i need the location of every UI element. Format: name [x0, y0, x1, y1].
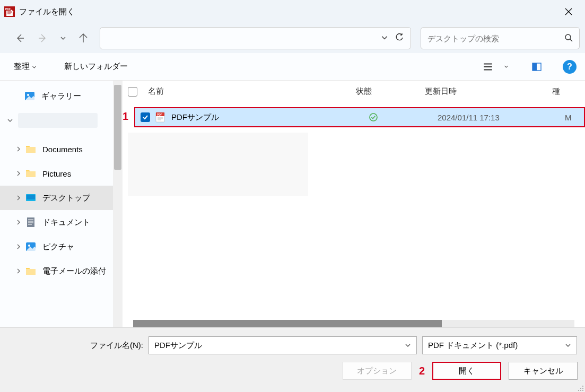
search-button[interactable] [564, 33, 573, 43]
gallery-icon [23, 90, 36, 102]
scrollbar-thumb[interactable] [133, 320, 442, 327]
toolbar: 整理 新しいフォルダー ? [0, 53, 585, 81]
address-chevron[interactable] [381, 34, 388, 43]
svg-point-6 [27, 94, 29, 96]
tree-item-pictures[interactable]: Pictures [0, 161, 113, 186]
up-button[interactable] [73, 28, 93, 48]
filename-dropdown[interactable] [405, 341, 411, 350]
arrow-left-icon [15, 33, 24, 43]
sidebar-scrollbar[interactable] [113, 81, 123, 327]
organize-menu[interactable]: 整理 [11, 59, 40, 74]
tree-item-blank[interactable] [0, 108, 113, 133]
svg-point-15 [370, 114, 377, 121]
svg-point-11 [28, 245, 30, 247]
folder-icon [24, 265, 37, 277]
forward-button[interactable] [33, 28, 53, 48]
view-mode-button[interactable] [479, 58, 497, 76]
window-title: ファイルを開く [19, 7, 75, 17]
column-status[interactable]: 状態 [356, 81, 425, 102]
svg-point-16 [582, 386, 583, 387]
horizontal-scrollbar[interactable] [133, 320, 574, 327]
tree-item-gallery[interactable]: ギャラリー [0, 84, 113, 108]
address-bar[interactable] [100, 27, 411, 49]
tree-label: ピクチャ [42, 242, 74, 252]
pictures-icon [24, 240, 37, 253]
titlebar: PDF ファイルを開く [0, 0, 585, 23]
tree-label: デスクトップ [42, 193, 90, 203]
preview-pane-button[interactable] [528, 58, 546, 76]
column-modified[interactable]: 更新日時 [425, 81, 552, 102]
help-icon: ? [567, 62, 572, 72]
new-folder-button[interactable]: 新しいフォルダー [61, 59, 131, 74]
tree-item-mydocuments[interactable]: ドキュメント [0, 210, 113, 234]
col-name-label: 名前 [148, 86, 164, 97]
tree-label: 電子メールの添付 [42, 266, 106, 276]
annotation-2: 2 [419, 365, 425, 377]
expander-icon[interactable] [13, 219, 24, 225]
filetype-select[interactable]: PDF ドキュメント (*.pdf) [422, 336, 577, 354]
tree-item-documents[interactable]: Documents [0, 137, 113, 161]
svg-text:PDF: PDF [157, 113, 162, 116]
filename-value: PDFサンプル [154, 341, 202, 351]
expander-icon[interactable] [13, 243, 24, 250]
svg-point-2 [565, 34, 571, 40]
file-status [369, 112, 438, 122]
search-icon [564, 33, 573, 42]
chevron-down-icon [405, 342, 411, 349]
annotation-1: 1 [123, 110, 128, 123]
organize-label: 整理 [14, 62, 30, 72]
expander-icon[interactable] [4, 117, 16, 124]
file-modified: 2024/01/11 17:13 [438, 113, 565, 122]
tree-label: Documents [42, 145, 83, 154]
view-mode-dropdown[interactable] [501, 58, 511, 76]
scrollbar-thumb[interactable] [114, 85, 121, 170]
resize-grip[interactable] [578, 385, 584, 391]
expander-icon[interactable] [13, 268, 24, 274]
svg-point-19 [578, 390, 579, 391]
tree-item-email[interactable]: 電子メールの添付 [0, 259, 113, 283]
expander-icon[interactable] [13, 146, 24, 152]
tree-label: ギャラリー [41, 91, 81, 101]
search-box[interactable] [421, 27, 580, 49]
chevron-down-icon [565, 342, 571, 349]
svg-rect-8 [27, 195, 35, 199]
redacted-area [128, 133, 308, 196]
chevron-down-icon [504, 64, 509, 69]
options-button[interactable]: オプション [343, 362, 412, 380]
expander-icon[interactable] [13, 195, 24, 201]
desktop-icon [24, 191, 37, 204]
svg-point-21 [582, 390, 583, 391]
search-input[interactable] [427, 34, 560, 43]
arrow-up-icon [78, 33, 88, 43]
close-button[interactable] [556, 0, 581, 23]
open-button[interactable]: 開く [432, 362, 501, 380]
refresh-button[interactable] [395, 33, 404, 44]
expander-icon[interactable] [13, 170, 24, 177]
grip-icon [578, 385, 584, 391]
tree-label: ドキュメント [42, 217, 90, 228]
filename-input[interactable]: PDFサンプル [149, 336, 417, 354]
file-checkbox[interactable] [141, 112, 150, 122]
arrow-right-icon [38, 33, 48, 43]
folder-icon [24, 143, 37, 155]
recent-dropdown[interactable] [56, 28, 70, 48]
app-icon: PDF [4, 6, 15, 17]
column-type[interactable]: 種 [552, 81, 585, 102]
file-list-area: 名前 状態 更新日時 種 1 PDF PDFサンプル 2024/01/11 17… [123, 81, 585, 327]
column-headers: 名前 状態 更新日時 種 [123, 81, 585, 103]
dialog-footer: ファイル名(N): PDFサンプル PDF ドキュメント (*.pdf) オプシ… [0, 327, 585, 392]
new-folder-label: 新しいフォルダー [64, 62, 128, 72]
file-type: M [565, 113, 584, 122]
tree-item-desktop[interactable]: デスクトップ [0, 186, 113, 210]
filetype-dropdown[interactable] [565, 341, 571, 350]
tree-item-mypictures[interactable]: ピクチャ [0, 234, 113, 259]
navigation-tree: ギャラリー Documents Pictures デスクトップ ドキュメント [0, 81, 113, 327]
cancel-button[interactable]: キャンセル [509, 362, 578, 380]
help-button[interactable]: ? [563, 60, 577, 74]
select-all-checkbox[interactable] [128, 87, 137, 97]
file-row[interactable]: PDF PDFサンプル 2024/01/11 17:13 M [134, 107, 585, 127]
svg-point-20 [580, 390, 581, 391]
svg-rect-4 [532, 63, 537, 71]
column-name[interactable]: 名前 [128, 81, 356, 102]
back-button[interactable] [10, 28, 30, 48]
